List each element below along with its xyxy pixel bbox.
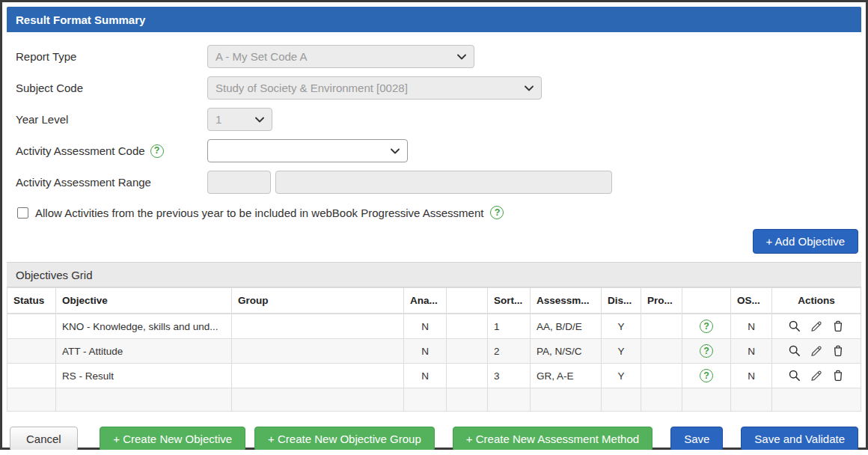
result-format-summary-panel: Result Format Summary Report Type A - My… xyxy=(0,0,868,450)
pencil-icon[interactable] xyxy=(810,369,823,382)
cell-progress xyxy=(641,388,682,412)
activity-assessment-code-label: Activity Assessment Code xyxy=(16,144,145,157)
cell-help: ? xyxy=(682,339,731,364)
cell-display: Y xyxy=(602,339,641,364)
cancel-button[interactable]: Cancel xyxy=(10,427,78,450)
cell-display xyxy=(602,388,641,412)
cell-assessment: GR, A-E xyxy=(531,364,602,388)
cell-help: ? xyxy=(682,314,731,339)
col-progress: Pro... xyxy=(641,288,682,314)
report-type-select[interactable]: A - My Set Code A xyxy=(207,45,474,68)
form-row-year-level: Year Level 1 xyxy=(7,108,861,131)
cell-objective: ATT - Attitude xyxy=(56,339,232,364)
add-objective-button[interactable]: + Add Objective xyxy=(753,229,858,254)
col-status: Status xyxy=(7,288,56,314)
help-circle-icon[interactable]: ? xyxy=(700,369,713,382)
magnifier-icon[interactable] xyxy=(788,320,801,333)
cell-status xyxy=(7,314,56,339)
panel-header: Result Format Summary xyxy=(7,7,861,32)
cell-actions xyxy=(772,364,861,388)
subject-code-label: Subject Code xyxy=(16,82,207,94)
activity-assessment-code-select[interactable] xyxy=(207,139,408,162)
cell-os: N xyxy=(731,364,772,388)
help-circle-icon[interactable]: ? xyxy=(150,144,164,158)
table-row[interactable]: ATT - Attitude N 2 PA, N/S/C Y ? N xyxy=(7,339,861,364)
col-os: OS... xyxy=(731,288,772,314)
cell-os: N xyxy=(731,339,772,364)
cell-status xyxy=(7,388,56,412)
report-type-label: Report Type xyxy=(16,50,207,63)
cell-analysis: N xyxy=(404,364,447,388)
help-circle-icon[interactable]: ? xyxy=(490,206,504,219)
trash-icon[interactable] xyxy=(831,320,845,333)
year-level-value: 1 xyxy=(216,113,221,126)
cell-group xyxy=(232,388,404,412)
subject-code-select[interactable]: Study of Society & Environment [0028] xyxy=(207,76,542,100)
assessment-range-to-input[interactable] xyxy=(275,171,612,194)
cell-help: ? xyxy=(682,364,731,388)
pencil-icon[interactable] xyxy=(810,320,823,333)
trash-icon[interactable] xyxy=(831,344,845,358)
cell-display: Y xyxy=(602,314,641,339)
cell-analysis: N xyxy=(404,314,447,339)
assessment-range-from-input[interactable] xyxy=(207,171,271,194)
cell-analysis: N xyxy=(404,339,447,364)
save-button[interactable]: Save xyxy=(670,427,723,450)
activity-assessment-range-label: Activity Assessment Range xyxy=(16,176,207,189)
cell-assessment: PA, N/S/C xyxy=(531,339,602,364)
create-new-objective-button[interactable]: + Create New Objective xyxy=(100,427,245,450)
trash-icon[interactable] xyxy=(831,369,845,382)
pencil-icon[interactable] xyxy=(810,344,823,358)
form-row-report-type: Report Type A - My Set Code A xyxy=(7,45,861,68)
col-blank-1 xyxy=(447,288,488,314)
cell-assessment: AA, B/D/E xyxy=(531,314,602,339)
cell-sort: 1 xyxy=(488,314,531,339)
cell-actions xyxy=(772,388,861,412)
cell-actions xyxy=(772,314,861,339)
objectives-grid-bar: Objectives Grid xyxy=(7,262,861,287)
add-objective-row: + Add Objective xyxy=(7,229,861,254)
form-row-subject-code: Subject Code Study of Society & Environm… xyxy=(7,76,861,100)
col-sort: Sort... xyxy=(488,288,531,314)
col-display: Dis... xyxy=(602,288,641,314)
cell-display: Y xyxy=(602,364,641,388)
create-new-assessment-method-button[interactable]: + Create New Assessment Method xyxy=(453,427,652,450)
magnifier-icon[interactable] xyxy=(788,369,801,382)
cell-objective: KNO - Knowledge, skills and und... xyxy=(56,314,232,339)
table-row[interactable]: RS - Result N 3 GR, A-E Y ? N xyxy=(7,364,861,388)
table-row xyxy=(7,388,861,412)
cell-group xyxy=(232,364,404,388)
cell-group xyxy=(232,314,404,339)
cell-progress xyxy=(641,339,682,364)
col-assessment: Assessm... xyxy=(531,288,602,314)
cell-blank xyxy=(447,364,488,388)
objectives-table-header: Status Objective Group Ana... Sort... As… xyxy=(7,288,861,314)
cell-sort: 3 xyxy=(488,364,531,388)
objectives-grid-title: Objectives Grid xyxy=(16,269,93,281)
cell-os: N xyxy=(731,314,772,339)
cell-group xyxy=(232,339,404,364)
cell-status xyxy=(7,339,56,364)
magnifier-icon[interactable] xyxy=(788,344,801,358)
objectives-tbody: KNO - Knowledge, skills and und... N 1 A… xyxy=(7,314,861,412)
create-new-objective-group-button[interactable]: + Create New Objective Group xyxy=(254,427,435,450)
cell-analysis xyxy=(404,388,447,412)
help-circle-icon[interactable]: ? xyxy=(700,320,713,333)
year-level-select[interactable]: 1 xyxy=(207,108,272,131)
panel-title: Result Format Summary xyxy=(16,13,145,26)
cell-sort xyxy=(488,388,531,412)
cell-progress xyxy=(641,314,682,339)
cell-progress xyxy=(641,364,682,388)
table-row[interactable]: KNO - Knowledge, skills and und... N 1 A… xyxy=(7,314,861,339)
report-type-value: A - My Set Code A xyxy=(216,50,308,63)
col-blank-2 xyxy=(682,288,731,314)
cell-actions xyxy=(772,339,861,364)
previous-year-checkbox[interactable] xyxy=(17,207,28,219)
help-circle-icon[interactable]: ? xyxy=(700,344,713,358)
save-and-validate-button[interactable]: Save and Validate xyxy=(741,427,858,450)
chevron-down-icon xyxy=(391,148,400,154)
cell-os xyxy=(731,388,772,412)
footer-button-bar: Cancel + Create New Objective + Create N… xyxy=(7,427,861,450)
cell-sort: 2 xyxy=(488,339,531,364)
chevron-down-icon xyxy=(525,85,534,91)
